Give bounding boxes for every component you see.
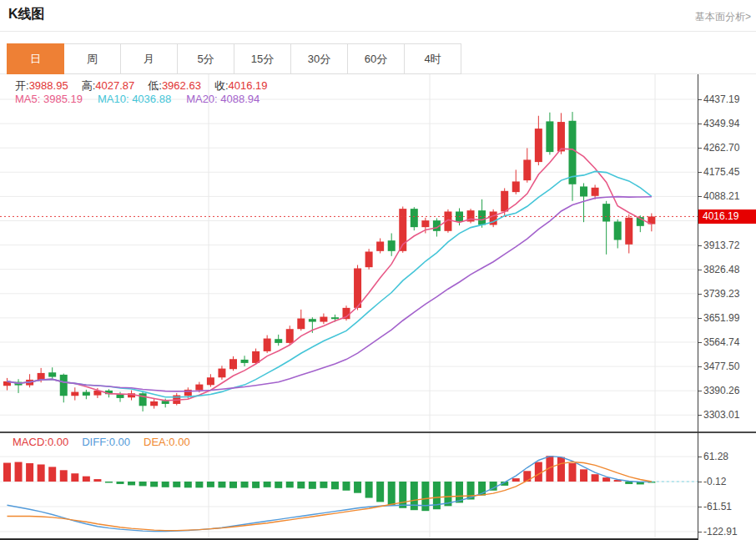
macd-bar [207,482,214,487]
period-tabbar: 日周月5分15分30分60分4时 [7,43,461,74]
tab-4hour[interactable]: 4时 [404,43,461,74]
main-y-tick-label: 3826.48 [698,263,739,276]
candle-body [71,392,78,396]
ma10-line [8,171,652,396]
macd-bar [162,482,169,487]
ohlc-label: 开: [15,79,29,92]
main-y-tick-label: 4437.19 [698,93,739,106]
tab-month[interactable]: 月 [120,43,178,74]
candle-body [264,339,271,351]
macd-bar [195,482,203,487]
macd-bar [173,482,180,487]
macd-bar [535,462,542,482]
macd-bar [275,482,282,488]
macd-bar [15,462,23,482]
macd-bar [320,482,327,488]
ohlc-label: 收: [214,79,229,92]
macd-bar [128,482,135,485]
tab-30min[interactable]: 30分 [290,43,348,74]
main-y-tick-label: 3477.50 [698,360,739,373]
main-y-tick-label: 4349.94 [698,117,739,130]
macd-bar [557,457,565,482]
candle-body [388,240,396,251]
candle-body [297,319,305,330]
macd-bar [184,482,192,487]
tab-15min[interactable]: 15分 [234,43,291,74]
ohlc-label: 高: [82,79,96,92]
candle-body [252,351,260,363]
ohlc-value: 3988.95 [29,79,68,92]
macd-bar [218,482,225,487]
main-y-tick-label: 4175.45 [698,165,739,179]
tab-week[interactable]: 周 [63,43,121,74]
tab-5min[interactable]: 5分 [177,43,234,74]
candle-body [365,252,373,268]
current-price-badge: 4016.19 [698,209,756,224]
macd-bar [26,463,33,482]
macd-bar [569,463,577,482]
main-y-tick-label: 3651.99 [698,311,739,325]
candle-body [501,191,508,212]
candle-body [592,188,599,196]
pane-separator [0,431,756,433]
macd-bar [602,477,610,482]
ohlc-value: 3962.63 [162,79,201,92]
tab-60min[interactable]: 60分 [347,43,405,74]
main-candlestick-pane[interactable] [0,74,698,432]
main-y-tick-label: 3564.74 [698,336,739,349]
macd-bar [421,482,429,511]
macd-bar [105,482,113,482]
fundamental-analysis-link[interactable]: 基本面分析> [695,10,751,24]
macd-bar [388,482,396,505]
macd-y-tick-label: -61.51 [698,500,732,513]
widget-header: K线图 基本面分析> [0,0,756,32]
ma-legend-item: MA20: 4088.94 [186,93,260,105]
macd-bar [264,482,271,487]
macd-bar [354,482,361,493]
candle-body [535,129,542,162]
candle-body [150,401,158,406]
macd-pane[interactable] [0,432,698,540]
candle-body [546,121,553,152]
tab-day[interactable]: 日 [7,43,64,74]
macd-bar [38,464,45,482]
candle-body [195,385,203,391]
macd-bar [297,482,305,488]
candle-body [48,372,56,376]
candle-body [421,220,429,227]
kline-widget: K线图 基本面分析> 日周月5分15分30分60分4时 开:3988.95高:4… [0,0,756,540]
candle-body [614,221,622,240]
macd-bar [365,482,373,498]
macd-legend-item: MACD:0.00 [13,436,68,448]
candle-body [523,159,531,180]
macd-y-tick-label: -122.91 [698,525,738,538]
candle-body [241,360,249,363]
candle-body [139,393,147,406]
candle-body [411,209,418,227]
macd-bar [71,473,78,482]
main-y-tick-label: 3913.72 [698,239,739,252]
macd-bar [331,482,339,489]
macd-bar [3,463,11,482]
candle-body [60,375,68,396]
candle-body [331,317,339,319]
ma5-line [8,149,652,401]
macd-bar [229,482,237,488]
macd-bar [93,479,101,482]
candle-body [218,369,225,378]
candle-body [286,329,294,343]
macd-bar [512,478,520,482]
macd-bar [309,482,316,489]
macd-bar [592,474,599,482]
main-y-tick-label: 3390.26 [698,384,739,397]
ohlc-value: 4016.19 [229,79,268,92]
main-y-tick-label: 4262.70 [698,141,739,154]
ma-legend-item: MA5: 3985.19 [15,93,83,105]
macd-bar [376,482,384,502]
candle-body [207,377,214,385]
macd-legend-item: DEA:0.00 [144,436,190,448]
macd-bar [399,482,406,508]
macd-bar [241,482,249,487]
macd-bar [117,482,124,484]
candle-body [229,359,237,369]
